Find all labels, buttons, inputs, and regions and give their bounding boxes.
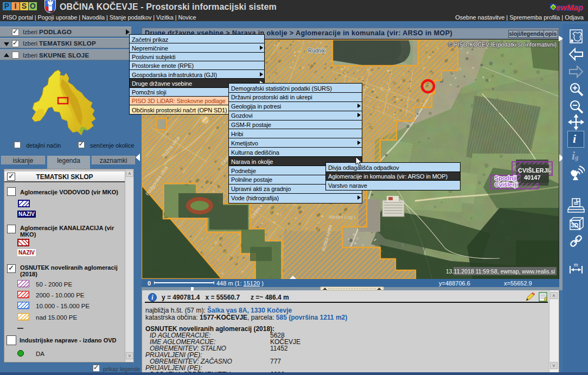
svg-text:© PISO-KOČEVJE(podatki so info: © PISO-KOČEVJE(podatki so informativni) bbox=[448, 41, 557, 48]
svg-text:Rudnik: Rudnik bbox=[308, 48, 325, 54]
svg-text:Mestni Log I.: Mestni Log I. bbox=[329, 214, 357, 220]
svg-text:3D: 3D bbox=[571, 222, 579, 228]
svg-text:m: m bbox=[574, 262, 578, 268]
svg-text:CVIŠLERJI-: CVIŠLERJI- bbox=[518, 167, 551, 174]
svg-text:Spodnji: Spodnji bbox=[495, 175, 516, 181]
svg-text:40147: 40147 bbox=[524, 174, 541, 181]
svg-text:Cvišlerji: Cvišlerji bbox=[495, 181, 518, 188]
svg-text:13.11.2018 11:59:58, ewmap, ww: 13.11.2018 11:59:58, ewmap, www.realis.s… bbox=[446, 268, 555, 275]
